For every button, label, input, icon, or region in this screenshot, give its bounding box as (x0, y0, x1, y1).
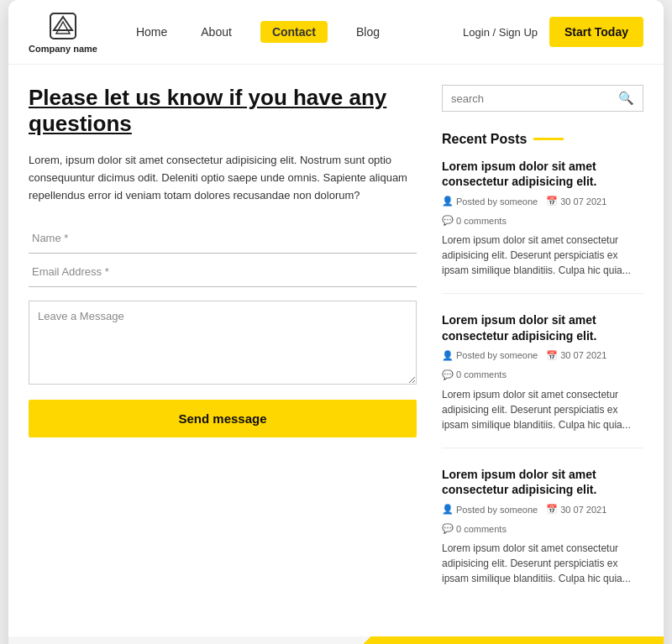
page-title: Please let us know if you have any quest… (29, 85, 417, 137)
post-3-title[interactable]: Lorem ipsum dolor sit amet consectetur a… (442, 467, 643, 497)
post-2-comments: 💬 0 comments (442, 369, 507, 380)
svg-marker-1 (54, 17, 72, 30)
post-3-author: 👤 Posted by someone (442, 504, 538, 515)
post-item-3: Lorem ipsum dolor sit amet consectetur a… (442, 467, 643, 601)
calendar-icon-3: 📅 (546, 504, 558, 515)
post-1-comments: 💬 0 comments (442, 215, 507, 226)
left-column: Please let us know if you have any quest… (29, 85, 442, 620)
logo-area[interactable]: Company name (29, 10, 97, 54)
contact-form: Send message (29, 223, 417, 437)
right-column: 🔍 Recent Posts Lorem ipsum dolor sit ame… (442, 85, 643, 620)
post-item-2: Lorem ipsum dolor sit amet consectetur a… (442, 312, 643, 448)
post-1-excerpt: Lorem ipsum dolor sit amet consectetur a… (442, 233, 643, 278)
start-today-button[interactable]: Start Today (549, 17, 643, 47)
footer: 🐝 Firmbee HTML5 © ℹ (8, 636, 664, 644)
main-content: Please let us know if you have any quest… (8, 65, 664, 636)
search-input[interactable] (451, 92, 618, 105)
post-1-meta: 👤 Posted by someone 📅 30 07 2021 💬 0 com… (442, 196, 643, 226)
logo-icon (47, 10, 79, 42)
person-icon-3: 👤 (442, 504, 454, 515)
nav-home[interactable]: Home (131, 22, 172, 42)
search-button[interactable]: 🔍 (618, 91, 634, 106)
post-2-excerpt: Lorem ipsum dolor sit amet consectetur a… (442, 387, 643, 432)
header: Company name Home About Contact Blog Log… (8, 0, 664, 65)
recent-posts-heading: Recent Posts (442, 132, 643, 147)
comment-icon: 💬 (442, 215, 454, 226)
company-name: Company name (29, 44, 97, 54)
comment-icon-3: 💬 (442, 523, 454, 534)
calendar-icon-2: 📅 (546, 350, 558, 361)
comment-icon-2: 💬 (442, 369, 454, 380)
post-2-meta: 👤 Posted by someone 📅 30 07 2021 💬 0 com… (442, 350, 643, 380)
post-2-title[interactable]: Lorem ipsum dolor sit amet consectetur a… (442, 312, 643, 343)
nav-about[interactable]: About (196, 22, 237, 42)
nav-contact[interactable]: Contact (260, 21, 328, 43)
calendar-icon: 📅 (546, 196, 558, 207)
post-2-date: 📅 30 07 2021 (546, 350, 606, 361)
login-link[interactable]: Login / Sign Up (463, 26, 538, 39)
message-textarea[interactable] (29, 301, 417, 385)
nav-blog[interactable]: Blog (351, 22, 385, 42)
post-1-author: 👤 Posted by someone (442, 196, 538, 207)
post-1-date: 📅 30 07 2021 (546, 196, 606, 207)
post-1-title[interactable]: Lorem ipsum dolor sit amet consectetur a… (442, 159, 643, 189)
main-nav: Home About Contact Blog (131, 21, 463, 43)
post-3-comments: 💬 0 comments (442, 523, 507, 534)
header-right: Login / Sign Up Start Today (463, 17, 643, 47)
heading-underline (533, 138, 564, 140)
post-3-date: 📅 30 07 2021 (546, 504, 606, 515)
post-2-author: 👤 Posted by someone (442, 350, 538, 361)
person-icon-2: 👤 (442, 350, 454, 361)
intro-text: Lorem, ipsum dolor sit amet consectetur … (29, 152, 417, 204)
person-icon: 👤 (442, 196, 454, 207)
post-3-meta: 👤 Posted by someone 📅 30 07 2021 💬 0 com… (442, 504, 643, 534)
send-message-button[interactable]: Send message (29, 400, 417, 437)
name-input[interactable] (29, 223, 417, 254)
email-input[interactable] (29, 257, 417, 287)
post-item-1: Lorem ipsum dolor sit amet consectetur a… (442, 159, 643, 294)
search-icon: 🔍 (618, 91, 634, 105)
post-3-excerpt: Lorem ipsum dolor sit amet consectetur a… (442, 541, 643, 586)
search-box: 🔍 (442, 85, 643, 112)
